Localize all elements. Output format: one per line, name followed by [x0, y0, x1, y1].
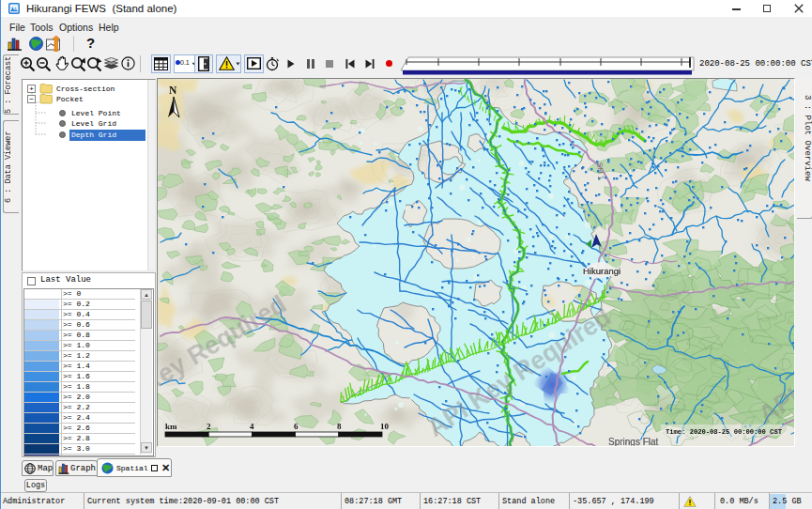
svg-text:Time: 2020-08-25 00:00:00 CST: Time: 2020-08-25 00:00:00 CST [666, 428, 783, 436]
svg-text:SH 1: SH 1 [595, 162, 606, 180]
svg-text:N: N [169, 85, 177, 96]
svg-text:10: 10 [380, 422, 390, 431]
svg-text:8: 8 [337, 422, 342, 431]
svg-text:km: km [165, 422, 177, 431]
svg-text:4: 4 [250, 422, 254, 431]
svg-text:Hikurangi: Hikurangi [583, 266, 620, 276]
svg-text:6: 6 [294, 422, 299, 431]
svg-text:Springs Flat: Springs Flat [608, 437, 659, 446]
svg-text:2: 2 [207, 422, 211, 431]
